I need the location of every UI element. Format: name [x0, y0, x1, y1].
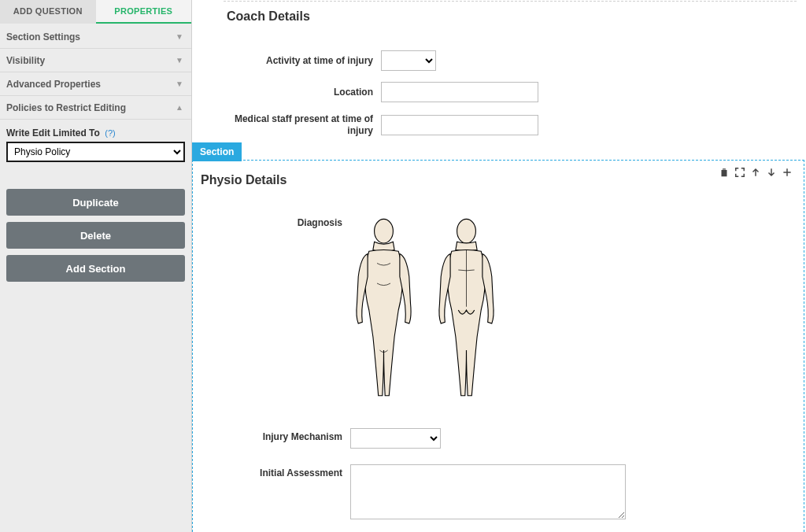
- acc-section-settings[interactable]: Section Settings ▼: [0, 25, 191, 49]
- label-text: Write Edit Limited To: [6, 127, 100, 139]
- location-input[interactable]: [381, 82, 538, 102]
- label-activity: Activity at time of injury: [224, 55, 381, 67]
- section-toolbar: [719, 167, 793, 180]
- chevron-down-icon: ▼: [176, 32, 183, 41]
- field-initial-assessment: Initial Assessment: [201, 464, 796, 522]
- chevron-down-icon: ▼: [176, 79, 183, 88]
- sidebar-tabs: ADD QUESTION PROPERTIES: [0, 0, 191, 25]
- acc-label: Advanced Properties: [6, 79, 101, 90]
- field-activity: Activity at time of injury: [224, 50, 797, 71]
- body-front-icon[interactable]: [350, 216, 417, 405]
- field-injury-mechanism: Injury Mechanism: [201, 428, 796, 449]
- add-section-button[interactable]: Add Section: [6, 255, 185, 282]
- delete-button[interactable]: Delete: [6, 222, 185, 249]
- tab-properties[interactable]: PROPERTIES: [96, 0, 192, 24]
- body-diagram[interactable]: [350, 216, 500, 405]
- coach-details-title: Coach Details: [224, 2, 797, 27]
- field-diagnosis: Diagnosis: [201, 214, 796, 405]
- label-assessment: Initial Assessment: [201, 464, 350, 522]
- move-down-icon[interactable]: [766, 167, 777, 180]
- acc-advanced-properties[interactable]: Advanced Properties ▼: [0, 72, 191, 96]
- activity-select[interactable]: [381, 50, 436, 71]
- main-canvas: Coach Details Activity at time of injury…: [192, 0, 806, 532]
- delete-icon[interactable]: [719, 167, 730, 180]
- acc-policies-restrict-editing[interactable]: Policies to Restrict Editing ▲: [0, 96, 191, 120]
- label-diagnosis: Diagnosis: [201, 214, 350, 405]
- svg-point-1: [457, 219, 476, 243]
- acc-label: Section Settings: [6, 31, 80, 42]
- help-icon[interactable]: (?): [105, 128, 115, 138]
- injury-mechanism-select[interactable]: [350, 428, 441, 449]
- add-icon[interactable]: [782, 167, 793, 180]
- write-edit-limited-label: Write Edit Limited To (?): [6, 127, 185, 139]
- acc-label: Policies to Restrict Editing: [6, 102, 126, 113]
- chevron-up-icon: ▲: [176, 103, 183, 112]
- field-medical-staff: Medical staff present at time of injury: [224, 113, 797, 137]
- expand-icon[interactable]: [734, 167, 745, 180]
- chevron-down-icon: ▼: [176, 56, 183, 65]
- sidebar: ADD QUESTION PROPERTIES Section Settings…: [0, 0, 192, 532]
- physio-details-title: Physio Details: [201, 165, 796, 190]
- initial-assessment-textarea[interactable]: [350, 464, 626, 519]
- tab-add-question[interactable]: ADD QUESTION: [0, 0, 96, 24]
- field-location: Location: [224, 82, 797, 102]
- medical-input[interactable]: [381, 115, 538, 135]
- label-location: Location: [224, 87, 381, 98]
- duplicate-button[interactable]: Duplicate: [6, 189, 185, 216]
- body-back-icon[interactable]: [433, 216, 500, 405]
- move-up-icon[interactable]: [750, 167, 761, 180]
- label-mechanism: Injury Mechanism: [201, 428, 350, 449]
- write-edit-limited-select[interactable]: Physio Policy: [6, 142, 185, 162]
- physio-section-selected[interactable]: Physio Details Diagnosis: [192, 160, 804, 532]
- acc-label: Visibility: [6, 55, 45, 66]
- acc-visibility[interactable]: Visibility ▼: [0, 49, 191, 72]
- section-badge[interactable]: Section: [192, 142, 242, 161]
- label-medical: Medical staff present at time of injury: [224, 113, 381, 137]
- acc-policies-body: Write Edit Limited To (?) Physio Policy: [0, 120, 191, 173]
- svg-point-0: [375, 219, 394, 243]
